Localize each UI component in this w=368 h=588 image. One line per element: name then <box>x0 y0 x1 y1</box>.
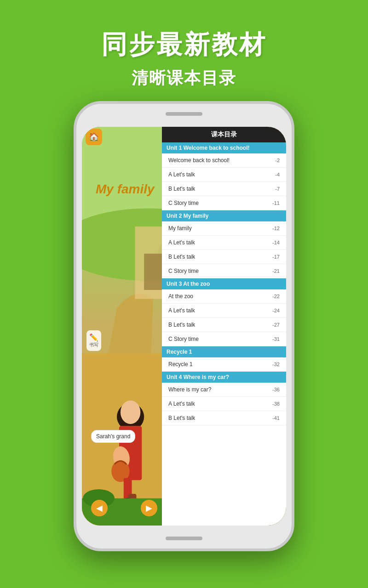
home-icon: 🏠 <box>89 132 99 142</box>
toc-item-label: C Story time <box>168 268 199 274</box>
toc-item[interactable]: Recycle 1-32 <box>162 357 286 372</box>
phone-screen: My family ✏️ 书写 Sarah's grand 🏠 设置 目录 <box>82 127 286 526</box>
toc-item[interactable]: My family-12 <box>162 221 286 236</box>
toc-section-header-4: Unit 4 Where is my car? <box>162 372 286 383</box>
toc-item-page: -31 <box>272 336 280 342</box>
toc-header: 课本目录 <box>162 127 286 142</box>
toc-item[interactable]: B Let's talk-17 <box>162 250 286 264</box>
sub-title: 清晰课本目录 <box>0 67 368 90</box>
book-title: My family <box>96 182 155 197</box>
toc-item-label: A Let's talk <box>168 239 195 246</box>
toc-item-label: B Let's talk <box>168 254 195 260</box>
toc-item-page: -17 <box>272 254 280 260</box>
toc-item[interactable]: C Story time-11 <box>162 196 286 210</box>
phone-bottom-bar <box>166 537 202 540</box>
toc-item-label: Recycle 1 <box>168 361 193 368</box>
phone-mockup: My family ✏️ 书写 Sarah's grand 🏠 设置 目录 <box>74 101 294 551</box>
toc-list[interactable]: Unit 1 Welcome back to school!Welcome ba… <box>162 142 286 526</box>
toc-item-page: -11 <box>272 200 280 206</box>
toc-item[interactable]: A Let's talk-24 <box>162 304 286 318</box>
toc-item-label: A Let's talk <box>168 171 195 178</box>
toc-item[interactable]: C Story time-21 <box>162 264 286 278</box>
toc-item-page: -41 <box>272 415 280 421</box>
toc-item[interactable]: B Let's talk-27 <box>162 318 286 332</box>
main-title: 同步最新教材 <box>0 28 368 62</box>
phone-frame: My family ✏️ 书写 Sarah's grand 🏠 设置 目录 <box>74 101 294 551</box>
toc-item[interactable]: B Let's talk-7 <box>162 182 286 196</box>
svg-point-14 <box>121 401 140 424</box>
toc-item-label: B Let's talk <box>168 322 195 328</box>
toc-section-header-0: Unit 1 Welcome back to school! <box>162 142 286 153</box>
toc-item-page: -12 <box>272 226 280 231</box>
toc-item[interactable]: Welcome back to school!-2 <box>162 153 286 168</box>
toc-item-page: -14 <box>272 240 280 245</box>
toc-item[interactable]: A Let's talk-14 <box>162 236 286 250</box>
nav-arrow-right[interactable]: ▶ <box>141 500 157 516</box>
toc-section-header-2: Unit 3 At the zoo <box>162 278 286 289</box>
toc-item-label: At the zoo <box>168 293 193 300</box>
toc-item-page: -4 <box>275 172 280 177</box>
toc-item[interactable]: A Let's talk-4 <box>162 168 286 182</box>
toc-item-label: C Story time <box>168 200 199 206</box>
toc-item-label: Welcome back to school! <box>168 157 230 164</box>
toc-item-page: -2 <box>275 158 280 163</box>
home-button[interactable]: 🏠 <box>86 129 102 145</box>
toc-item[interactable]: B Let's talk-41 <box>162 411 286 425</box>
toc-item-label: A Let's talk <box>168 401 195 407</box>
toc-item-page: -21 <box>272 268 280 274</box>
toc-item[interactable]: Where is my car?-36 <box>162 383 286 397</box>
phone-notch <box>166 112 202 116</box>
toc-item-page: -7 <box>275 186 280 192</box>
nav-arrow-left[interactable]: ◀ <box>91 500 108 516</box>
toc-item[interactable]: At the zoo-22 <box>162 289 286 304</box>
toc-item-label: B Let's talk <box>168 415 195 421</box>
toc-item-page: -24 <box>272 308 280 313</box>
speech-bubble: Sarah's grand <box>91 430 135 443</box>
toc-item-page: -22 <box>272 294 280 299</box>
toc-item-label: Where is my car? <box>168 386 211 393</box>
toc-item[interactable]: C Story time-31 <box>162 332 286 346</box>
toc-item-page: -32 <box>272 362 280 367</box>
toc-panel: 课本目录 Unit 1 Welcome back to school!Welco… <box>162 127 286 526</box>
toc-item-label: A Let's talk <box>168 307 195 314</box>
toc-item[interactable]: A Let's talk-38 <box>162 397 286 411</box>
toc-item-label: My family <box>168 225 192 232</box>
writing-tool[interactable]: ✏️ 书写 <box>86 330 101 351</box>
toc-item-label: B Let's talk <box>168 186 195 192</box>
toc-item-page: -36 <box>272 387 280 392</box>
toc-section-header-1: Unit 2 My family <box>162 210 286 221</box>
toc-item-page: -27 <box>272 322 280 328</box>
toc-item-page: -38 <box>272 401 280 407</box>
toc-item-label: C Story time <box>168 336 199 342</box>
toc-section-header-3: Recycle 1 <box>162 346 286 357</box>
